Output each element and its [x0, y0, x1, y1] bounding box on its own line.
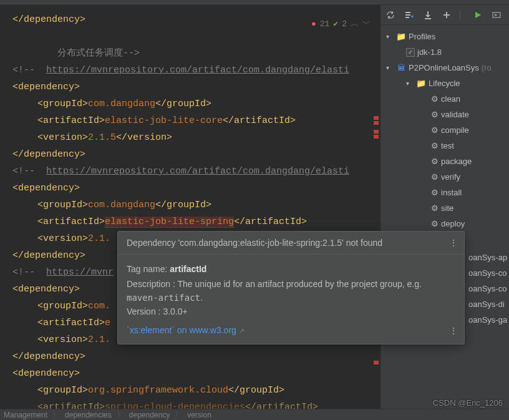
run-icon[interactable] [472, 9, 483, 21]
lifecycle-phase[interactable]: ⚙validate [381, 107, 509, 122]
gear-icon: ⚙ [431, 185, 439, 200]
lifecycle-phase[interactable]: ⚙deploy [381, 216, 509, 232]
gear-icon: ⚙ [431, 107, 439, 122]
tooltip-error-text: Dependency 'com.dangdang:elastic-job-lit… [127, 238, 382, 248]
more-actions-icon[interactable]: ⋮ [449, 238, 458, 248]
error-icon: ● [311, 16, 316, 32]
gear-icon: ⚙ [431, 216, 439, 232]
lifecycle-phase[interactable]: ⚙verify [381, 169, 509, 185]
modules-list: oanSys-apoanSys-cooanSys-cooanSys-dioanS… [468, 250, 509, 328]
maven-tree: ▾ 📁 Profiles ✓ jdk-1.8 ▾ 🏛 P2POnlineLoan… [381, 25, 509, 235]
reload-icon[interactable] [385, 9, 396, 21]
gear-icon: ⚙ [431, 154, 439, 169]
breadcrumb-item[interactable]: version [187, 411, 211, 419]
tooltip-tagname: artifactId [170, 264, 206, 274]
lifecycle-phase[interactable]: ⚙compile [381, 122, 509, 138]
schema-doc-link[interactable]: `xs:element` on www.w3.org [127, 325, 236, 335]
add-icon[interactable] [441, 9, 452, 21]
tree-node-project[interactable]: ▾ 🏛 P2POnlineLoanSys (ro [381, 60, 509, 76]
checkbox-icon[interactable]: ✓ [406, 48, 415, 57]
watermark: CSDN @Eric_1206 [433, 398, 503, 408]
generate-sources-icon[interactable] [404, 9, 415, 21]
more-actions-icon[interactable]: ⋮ [449, 324, 458, 338]
module-item[interactable]: oanSys-co [468, 265, 509, 281]
gear-icon: ⚙ [431, 169, 439, 185]
prev-highlight-icon[interactable]: ︿ [351, 16, 359, 32]
lifecycle-phase[interactable]: ⚙package [381, 154, 509, 169]
module-item[interactable]: oanSys-co [468, 281, 509, 296]
code-content[interactable]: </dependency> 分布式任务调度--> <!-- https://mv… [0, 5, 380, 409]
tree-node-lifecycle[interactable]: ▾ 📁 Lifecycle [381, 76, 509, 91]
error-count: 21 [320, 16, 330, 32]
module-item[interactable]: oanSys-ga [468, 312, 509, 328]
maven-panel: ▾ 📁 Profiles ✓ jdk-1.8 ▾ 🏛 P2POnlineLoan… [381, 5, 509, 409]
tree-node-jdk[interactable]: ✓ jdk-1.8 [381, 44, 509, 60]
editor-pane[interactable]: ● 21 ✔ 2 ︿ ﹀ </dependency> 分布式任务调度--> <!… [0, 5, 381, 409]
lifecycle-phase[interactable]: ⚙site [381, 200, 509, 216]
download-sources-icon[interactable] [422, 9, 434, 21]
gear-icon: ⚙ [431, 91, 439, 107]
breadcrumb-item[interactable]: Management [4, 411, 47, 419]
documentation-tooltip: Dependency 'com.dangdang:elastic-job-lit… [117, 231, 465, 344]
lifecycle-phase[interactable]: ⚙install [381, 185, 509, 200]
breadcrumb-item[interactable]: dependencies [65, 411, 112, 419]
warning-count: 2 [342, 16, 347, 32]
warning-icon: ✔ [333, 16, 338, 32]
inspection-status: ● 21 ✔ 2 ︿ ﹀ [311, 16, 371, 32]
external-link-icon: ↗ [239, 327, 245, 335]
gear-icon: ⚙ [431, 122, 439, 138]
lifecycle-phase[interactable]: ⚙clean [381, 91, 509, 107]
gear-icon: ⚙ [431, 138, 439, 154]
breadcrumb-item[interactable]: dependency [129, 411, 170, 419]
tree-node-profiles[interactable]: ▾ 📁 Profiles [381, 29, 509, 44]
maven-toolbar [381, 5, 509, 25]
gear-icon: ⚙ [431, 200, 439, 216]
execute-icon[interactable] [491, 9, 502, 21]
lifecycle-phase[interactable]: ⚙test [381, 138, 509, 154]
breadcrumb[interactable]: Management 〉 dependencies 〉 dependency 〉… [0, 409, 509, 420]
module-item[interactable]: oanSys-ap [468, 250, 509, 265]
next-highlight-icon[interactable]: ﹀ [362, 16, 371, 32]
module-item[interactable]: oanSys-di [468, 296, 509, 312]
error-stripe[interactable] [372, 5, 380, 409]
